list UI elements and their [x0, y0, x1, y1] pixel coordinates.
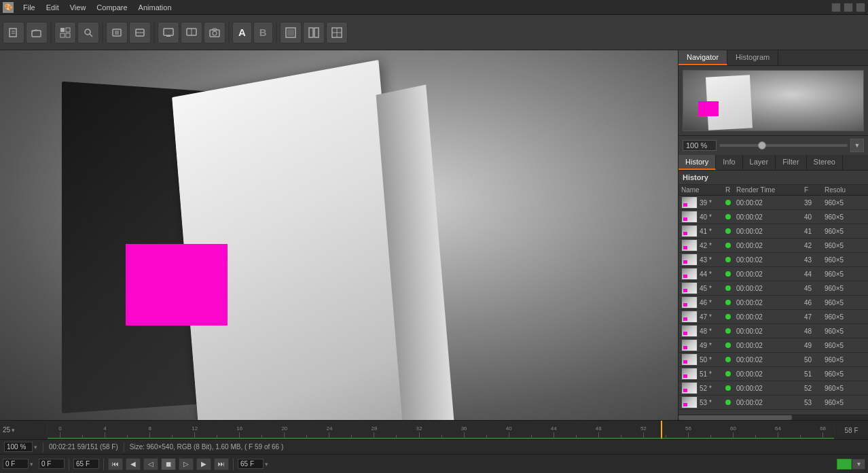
btn-skip-start[interactable]: ⏮ — [108, 458, 123, 470]
render-status-dot — [725, 257, 731, 262]
svg-rect-11 — [115, 31, 119, 35]
table-row[interactable]: 43 * 00:00:02 43 960×5 — [679, 253, 868, 267]
row-frame: 45 — [804, 285, 825, 292]
current-frame-input[interactable] — [39, 459, 65, 469]
tool-new[interactable] — [3, 22, 24, 43]
window-minimize[interactable] — [831, 3, 841, 12]
end-frame1-input[interactable] — [73, 459, 99, 469]
window-close[interactable] — [856, 3, 865, 12]
tool-camera[interactable] — [204, 22, 225, 43]
btn-reverse-play[interactable]: ◁ — [143, 458, 158, 470]
preview-magenta — [698, 101, 719, 116]
table-row[interactable]: 48 * 00:00:02 48 960×5 — [679, 324, 868, 338]
timeline-tick: 56 — [677, 425, 700, 438]
btn-prev-frame[interactable]: ◀ — [126, 458, 141, 470]
menu-compare[interactable]: Compare — [91, 2, 132, 13]
timeline-tick: 36 — [453, 425, 475, 438]
btn-play[interactable]: ▷ — [179, 458, 194, 470]
tool-open[interactable] — [26, 22, 48, 43]
tool-channel-r[interactable] — [280, 22, 302, 43]
tool-slot2[interactable] — [129, 22, 151, 43]
btn-stop[interactable]: ◼ — [161, 458, 176, 470]
btn-skip-end[interactable]: ⏭ — [214, 458, 229, 470]
row-time: 00:00:02 — [736, 270, 804, 278]
history-scrollbar-h[interactable] — [679, 415, 868, 420]
tool-channel-g[interactable] — [303, 22, 325, 43]
tool-label-b[interactable]: B — [253, 22, 273, 43]
tool-channel-b[interactable] — [326, 22, 348, 43]
tab-histogram[interactable]: Histogram — [727, 50, 778, 65]
row-res: 960×5 — [825, 328, 865, 335]
tab-layer[interactable]: Layer — [743, 155, 776, 170]
zoom-dropdown[interactable]: ▼ — [850, 139, 864, 152]
tab-filter[interactable]: Filter — [776, 155, 806, 170]
tab-stereo[interactable]: Stereo — [807, 155, 843, 170]
tool-compare[interactable] — [181, 22, 202, 43]
tool-label-a[interactable]: A — [232, 22, 252, 43]
divider-2 — [124, 442, 124, 452]
row-name-text: 41 * — [700, 228, 712, 235]
zoom-section: ▾ — [4, 442, 37, 452]
table-row[interactable]: 45 * 00:00:02 45 960×5 — [679, 281, 868, 296]
green-indicator[interactable] — [837, 459, 852, 470]
row-time: 00:00:02 — [736, 328, 804, 335]
table-row[interactable]: 41 * 00:00:02 41 960×5 — [679, 224, 868, 239]
render-status-dot — [725, 200, 731, 205]
table-row[interactable]: 50 * 00:00:02 50 960×5 — [679, 353, 868, 367]
timeline-tick: 44 — [543, 425, 565, 438]
timeline-options[interactable]: ▾ — [852, 459, 865, 470]
table-row[interactable]: 47 * 00:00:02 47 960×5 — [679, 310, 868, 324]
table-row[interactable]: 44 * 00:00:02 44 960×5 — [679, 267, 868, 281]
tool-render-slot[interactable] — [106, 22, 128, 43]
timeline-area: 25 ▾ 0 4 8 12 16 20 24 — [0, 420, 868, 439]
table-row[interactable]: 52 * 00:00:02 52 960×5 — [679, 381, 868, 396]
table-row[interactable]: 42 * 00:00:02 42 960×5 — [679, 239, 868, 253]
timeline-ruler[interactable]: 0 4 8 12 16 20 24 28 — [48, 421, 834, 440]
separator-4 — [228, 22, 230, 43]
divider-1 — [43, 442, 43, 452]
table-row[interactable]: 39 * 00:00:02 39 960×5 — [679, 196, 868, 210]
menu-animation[interactable]: Animation — [133, 2, 177, 13]
svg-line-9 — [90, 34, 92, 37]
viewport[interactable] — [0, 50, 678, 420]
btn-next-frame[interactable]: ▶ — [196, 458, 211, 470]
table-row[interactable]: 40 * 00:00:02 40 960×5 — [679, 210, 868, 224]
table-row[interactable]: 51 * 00:00:02 51 960×5 — [679, 367, 868, 381]
tool-zoom[interactable] — [77, 22, 99, 43]
window-maximize[interactable] — [844, 3, 853, 12]
history-row-name: 43 * — [681, 253, 725, 266]
row-name-text: 50 * — [700, 356, 712, 364]
thumb — [681, 396, 698, 408]
tool-viewer-slot[interactable] — [54, 22, 76, 43]
start-frame-arrow[interactable]: ▾ — [30, 461, 33, 468]
thumb — [681, 353, 698, 366]
menu-view[interactable]: View — [65, 2, 92, 13]
zoom-input[interactable] — [683, 140, 717, 151]
current-frame-section — [39, 459, 65, 469]
row-time: 00:00:02 — [736, 199, 804, 207]
row-res: 960×5 — [825, 199, 865, 207]
history-row-name: 47 * — [681, 311, 725, 323]
tab-navigator[interactable]: Navigator — [679, 50, 727, 65]
render-status-dot — [725, 314, 731, 319]
zoom-slider-thumb[interactable] — [758, 141, 766, 150]
zoom-dropdown-btn[interactable]: ▾ — [34, 444, 37, 451]
tab-info[interactable]: Info — [716, 155, 742, 170]
end-frame2-arrow[interactable]: ▾ — [265, 461, 268, 468]
end-frame2-input[interactable] — [238, 459, 264, 469]
table-row[interactable]: 46 * 00:00:02 46 960×5 — [679, 296, 868, 310]
app-icon: 🎨 — [3, 2, 14, 13]
history-content[interactable]: 39 * 00:00:02 39 960×5 40 * 00:00:02 40 … — [679, 196, 868, 415]
tab-history[interactable]: History — [679, 155, 716, 170]
history-header: Name R Render Time F Resolu — [679, 185, 868, 196]
zoom-slider[interactable] — [719, 144, 848, 147]
table-row[interactable]: 49 * 00:00:02 49 960×5 — [679, 338, 868, 353]
separator-1 — [50, 22, 52, 43]
start-frame-input[interactable] — [3, 459, 29, 469]
timeline-tick: 8 — [139, 425, 161, 438]
table-row[interactable]: 53 * 00:00:02 53 960×5 — [679, 396, 868, 410]
tool-display[interactable] — [158, 22, 179, 43]
viewport-zoom-input[interactable] — [4, 442, 33, 452]
menu-file[interactable]: File — [18, 2, 41, 13]
menu-edit[interactable]: Edit — [41, 2, 65, 13]
